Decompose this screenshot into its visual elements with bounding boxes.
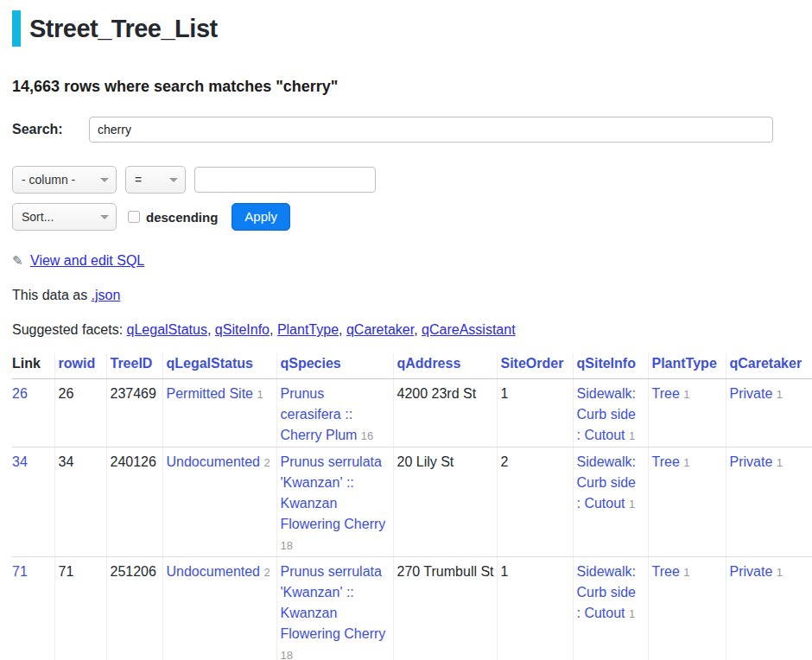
filter-column-select[interactable]: - column -: [12, 166, 117, 194]
cell-facet-link[interactable]: Prunus serrulata 'Kwanzan' :: Kwanzan Fl…: [281, 564, 386, 641]
cell-facet-link[interactable]: Tree: [652, 454, 680, 469]
facet-cell: Private 1: [726, 557, 812, 660]
column-header-qLegalStatus: qLegalStatus: [162, 353, 276, 379]
facet-cell: Undocumented 2: [162, 557, 276, 660]
cell-facet-link[interactable]: Undocumented: [167, 564, 261, 579]
cell-facet-link[interactable]: Sidewalk: Curb side : Cutout: [577, 454, 636, 511]
facet-count: 1: [257, 388, 263, 401]
cell-value: 240126: [106, 447, 162, 557]
filter-column-select-wrap: - column -: [12, 166, 117, 194]
sort-select[interactable]: Sort...: [12, 203, 117, 231]
facet-count: 1: [683, 566, 689, 579]
table-header-row: LinkrowidTreeIDqLegalStatusqSpeciesqAddr…: [12, 353, 812, 379]
column-header-link-qSiteInfo[interactable]: qSiteInfo: [577, 356, 636, 371]
facet-count: 18: [281, 539, 293, 552]
facet-count: 2: [263, 456, 270, 469]
filter-row: - column - =: [12, 166, 812, 194]
row-link-cell: 34: [12, 447, 54, 557]
apply-button[interactable]: Apply: [232, 203, 290, 231]
column-header-qSpecies: qSpecies: [276, 353, 393, 379]
cell-facet-link[interactable]: Sidewalk: Curb side : Cutout: [577, 564, 636, 620]
facet-links: qLegalStatus, qSiteInfo, PlantType, qCar…: [127, 322, 516, 337]
facet-count: 1: [777, 566, 783, 579]
sort-select-wrap: Sort...: [12, 203, 117, 231]
column-header-link-qAddress[interactable]: qAddress: [397, 356, 461, 371]
facet-link-PlantType[interactable]: PlantType: [277, 322, 339, 337]
facet-count: 1: [777, 456, 783, 469]
suggested-facets: Suggested facets: qLegalStatus, qSiteInf…: [12, 322, 812, 338]
cell-value: 251206: [106, 557, 162, 660]
column-header-link-qLegalStatus[interactable]: qLegalStatus: [167, 356, 253, 371]
facet-link-qCareAssistant[interactable]: qCareAssistant: [422, 322, 516, 337]
cell-facet-link[interactable]: Tree: [652, 386, 680, 401]
cell-value: 1: [497, 379, 573, 447]
facet-link-qCaretaker[interactable]: qCaretaker: [346, 322, 414, 337]
facet-cell: Tree 1: [648, 557, 726, 660]
column-header-PlantType: PlantType: [648, 353, 726, 379]
facet-link-qSiteInfo[interactable]: qSiteInfo: [215, 322, 270, 337]
filter-operator-select[interactable]: =: [125, 166, 186, 194]
cell-value: 1: [497, 557, 573, 660]
column-header-link-PlantType[interactable]: PlantType: [652, 356, 717, 371]
facet-count: 1: [629, 498, 635, 511]
facet-count: 2: [263, 566, 270, 579]
search-form: Search:: [12, 117, 812, 143]
page: Street_Tree_List 14,663 rows where searc…: [0, 0, 812, 660]
accent-bar: [12, 10, 21, 47]
row-link[interactable]: 26: [12, 386, 28, 401]
table-row: 2626237469Permitted Site 1Prunus cerasif…: [12, 379, 812, 447]
facet-cell: Prunus cerasifera :: Cherry Plum 16: [276, 379, 393, 447]
facet-count: 18: [281, 649, 293, 660]
facet-count: 1: [683, 388, 689, 401]
table-row: 7171251206Undocumented 2Prunus serrulata…: [12, 557, 812, 660]
cell-facet-link[interactable]: Private: [730, 386, 773, 401]
table-row: 3434240126Undocumented 2Prunus serrulata…: [12, 447, 812, 557]
column-header-link-TreeID[interactable]: TreeID: [111, 356, 153, 371]
cell-facet-link[interactable]: Private: [730, 454, 773, 469]
column-header-qCaretaker: qCaretaker: [726, 353, 812, 379]
column-header-SiteOrder: SiteOrder: [497, 353, 573, 379]
facet-cell: Prunus serrulata 'Kwanzan' :: Kwanzan Fl…: [276, 447, 393, 557]
cell-facet-link[interactable]: Tree: [652, 564, 680, 579]
cell-value: 270 Trumbull St: [393, 557, 497, 660]
column-header-link-qSpecies[interactable]: qSpecies: [281, 356, 341, 371]
export-line: This data as .json: [12, 288, 812, 303]
results-table: LinkrowidTreeIDqLegalStatusqSpeciesqAddr…: [12, 353, 812, 660]
facet-cell: Prunus serrulata 'Kwanzan' :: Kwanzan Fl…: [276, 557, 393, 660]
facet-link-qLegalStatus[interactable]: qLegalStatus: [127, 322, 207, 337]
facet-count: 16: [361, 429, 373, 442]
row-link[interactable]: 71: [12, 564, 28, 579]
cell-facet-link[interactable]: Prunus cerasifera :: Cherry Plum: [281, 386, 358, 442]
row-link-cell: 26: [12, 379, 54, 447]
column-header-link-rowid[interactable]: rowid: [59, 356, 96, 371]
cell-facet-link[interactable]: Permitted Site: [167, 386, 253, 401]
pencil-icon: ✎: [12, 253, 23, 268]
column-header-qAddress: qAddress: [393, 353, 497, 379]
facet-cell: Private 1: [726, 447, 812, 557]
facets-prefix: Suggested facets:: [12, 322, 123, 337]
view-edit-sql-link[interactable]: View and edit SQL: [30, 253, 144, 268]
json-link[interactable]: .json: [92, 288, 121, 302]
sort-row: Sort... descending Apply: [12, 203, 812, 231]
facet-cell: Sidewalk: Curb side : Cutout 1: [573, 557, 648, 660]
search-input[interactable]: [89, 117, 773, 143]
cell-facet-link[interactable]: Sidewalk: Curb side : Cutout: [577, 386, 636, 442]
page-header: Street_Tree_List: [12, 10, 812, 47]
filter-operator-select-wrap: =: [125, 166, 186, 194]
cell-facet-link[interactable]: Private: [730, 564, 773, 579]
column-header-TreeID: TreeID: [106, 353, 162, 379]
facet-count: 1: [683, 456, 689, 469]
cell-value: 26: [54, 379, 106, 447]
column-header-link-qCaretaker[interactable]: qCaretaker: [730, 356, 802, 371]
facet-cell: Private 1: [726, 379, 812, 447]
table-body: 2626237469Permitted Site 1Prunus cerasif…: [12, 379, 812, 660]
row-link[interactable]: 34: [12, 454, 28, 469]
cell-facet-link[interactable]: Prunus serrulata 'Kwanzan' :: Kwanzan Fl…: [281, 454, 386, 531]
column-header-rowid: rowid: [54, 353, 106, 379]
filter-value-input[interactable]: [194, 167, 376, 193]
descending-checkbox[interactable]: [128, 211, 140, 223]
column-header-link-SiteOrder[interactable]: SiteOrder: [501, 356, 564, 371]
facet-count: 1: [777, 388, 783, 401]
cell-value: 2: [497, 447, 573, 557]
cell-facet-link[interactable]: Undocumented: [167, 454, 261, 469]
